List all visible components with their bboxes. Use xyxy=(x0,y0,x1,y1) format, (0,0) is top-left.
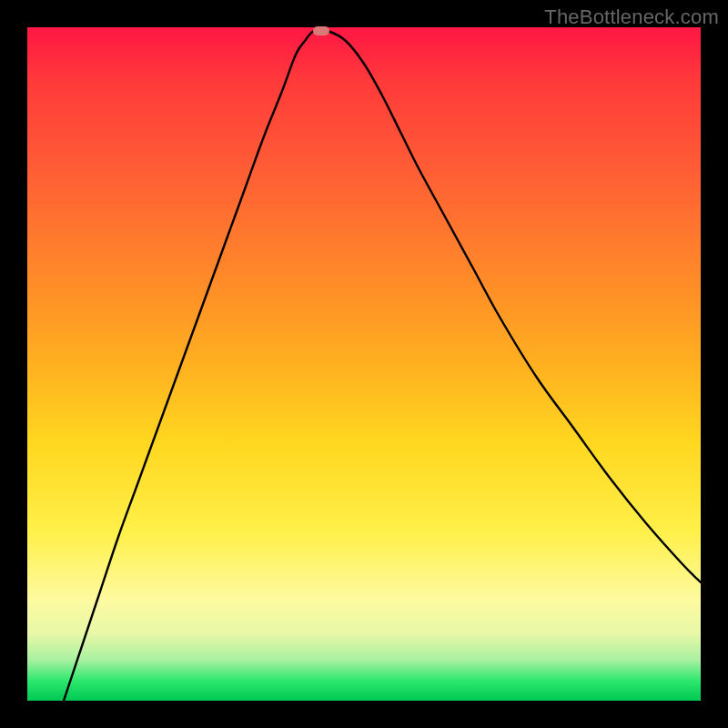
chart-frame: TheBottleneck.com xyxy=(0,0,728,728)
watermark-text: TheBottleneck.com xyxy=(544,5,719,29)
min-marker xyxy=(313,26,329,35)
bottleneck-curve xyxy=(27,27,701,701)
plot-area xyxy=(27,27,701,701)
